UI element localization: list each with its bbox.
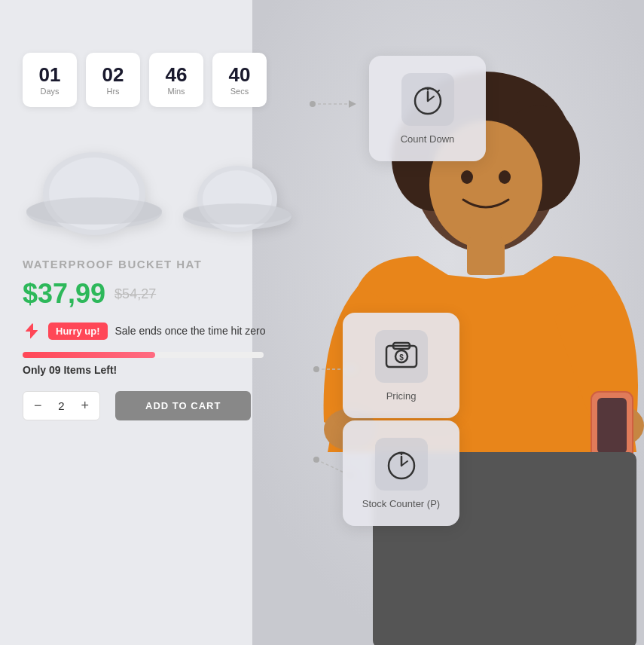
countdown-label: Count Down: [401, 133, 455, 145]
hrs-value: 02: [102, 64, 124, 86]
svg-point-21: [183, 203, 291, 225]
stock-widget: Stock Counter (P): [343, 420, 459, 526]
stock-text: Only 09 Items Left!: [23, 364, 346, 376]
stock-icon-area: [375, 438, 428, 491]
qty-plus-button[interactable]: +: [81, 398, 90, 414]
progress-container: Only 09 Items Left!: [23, 352, 346, 376]
cart-row: − 2 + ADD TO CART: [23, 391, 346, 420]
hrs-label: Hrs: [106, 87, 119, 96]
progress-bar-bg: [23, 352, 264, 358]
timer-hrs: 02 Hrs: [86, 53, 140, 107]
pricing-widget: $ Pricing: [343, 313, 459, 418]
hurry-tag: Hurry up!: [48, 322, 108, 340]
stopwatch-icon: [411, 83, 444, 116]
svg-rect-12: [597, 398, 627, 454]
days-label: Days: [40, 87, 59, 96]
secs-value: 40: [229, 64, 251, 86]
svg-text:$: $: [399, 353, 404, 362]
qty-value: 2: [54, 399, 69, 412]
countdown-widget: Count Down: [369, 56, 486, 161]
hat-image-2: [181, 152, 294, 235]
pricing-icon: $: [383, 340, 420, 373]
stock-counter-icon: [385, 448, 418, 481]
pricing-label: Pricing: [386, 390, 417, 402]
svg-point-17: [26, 197, 162, 225]
product-title: WATERPROOF BUCKET HAT: [23, 258, 346, 271]
svg-rect-8: [467, 237, 505, 275]
add-to-cart-button[interactable]: ADD TO CART: [115, 391, 251, 420]
qty-control: − 2 +: [23, 391, 100, 420]
pricing-icon-area: $: [375, 330, 428, 383]
svg-line-27: [438, 90, 439, 92]
lightning-icon: [23, 322, 41, 340]
timer-secs: 40 Secs: [212, 53, 267, 107]
svg-point-6: [461, 170, 473, 184]
mins-value: 46: [166, 64, 188, 86]
timer-days: 01 Days: [23, 53, 77, 107]
stock-counter-label: Stock Counter (P): [362, 498, 440, 509]
timer-mins: 46 Mins: [149, 53, 203, 107]
progress-bar-fill: [23, 352, 155, 358]
timer-row: 01 Days 02 Hrs 46 Mins 40 Secs: [23, 53, 346, 107]
main-container: 01 Days 02 Hrs 46 Mins 40 Secs: [0, 0, 644, 645]
mins-label: Mins: [167, 87, 185, 96]
days-value: 01: [39, 64, 61, 86]
price-row: $37,99 $54,27: [23, 278, 346, 310]
countdown-icon-area: [401, 73, 454, 126]
secs-label: Secs: [230, 87, 249, 96]
svg-point-7: [499, 170, 511, 184]
price-current: $37,99: [23, 278, 105, 310]
hat-image-1: [23, 137, 166, 235]
product-images: [23, 137, 346, 235]
price-original: $54,27: [114, 286, 156, 302]
left-content: 01 Days 02 Hrs 46 Mins 40 Secs: [23, 53, 346, 420]
hurry-text: Sale ends once the time hit zero: [115, 325, 266, 337]
hurry-banner: Hurry up! Sale ends once the time hit ze…: [23, 322, 346, 340]
qty-minus-button[interactable]: −: [34, 398, 42, 414]
